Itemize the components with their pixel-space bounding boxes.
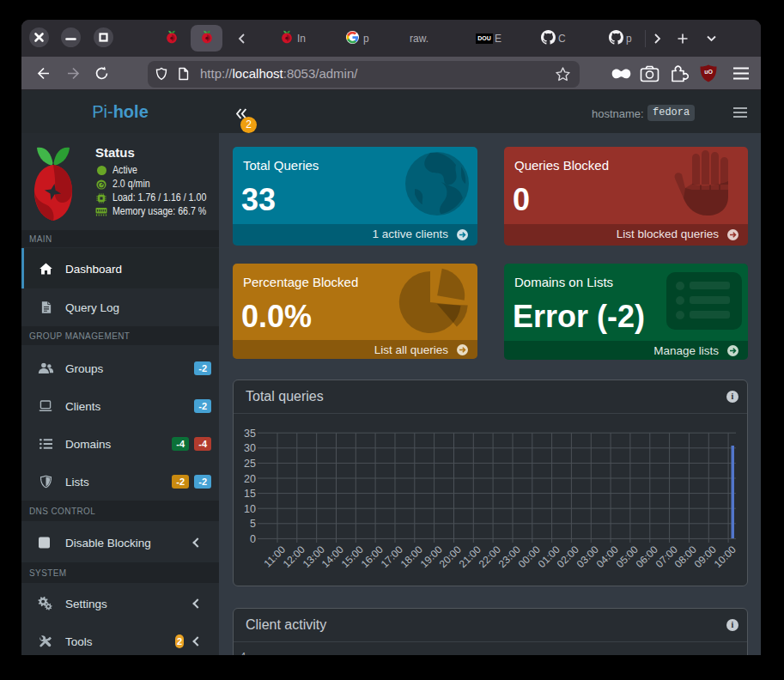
svg-text:uO: uO <box>704 69 713 75</box>
